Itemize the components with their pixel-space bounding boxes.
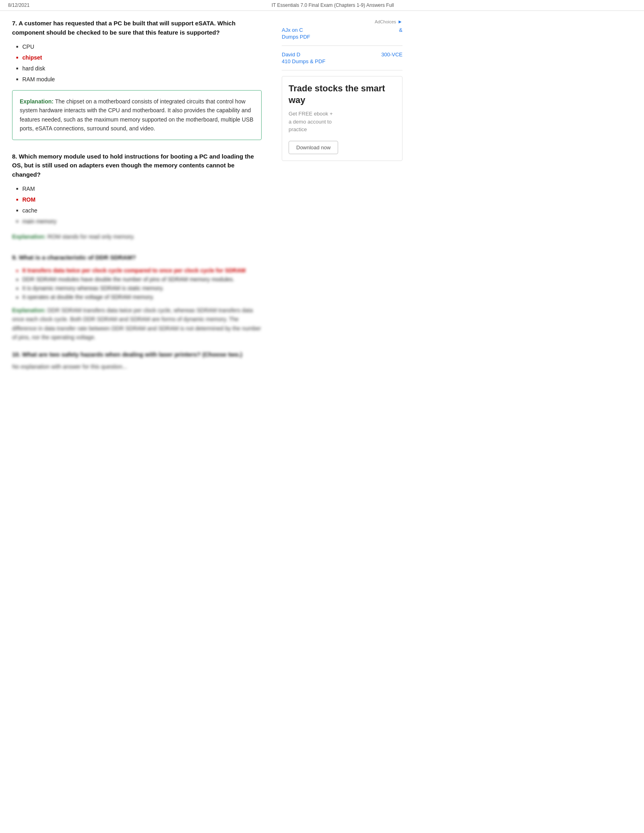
q9-answer-4-blurred: It operates at double the voltage of SDR… [16, 294, 262, 300]
q10-sub-blurred: No explanation with answer for this ques… [12, 362, 262, 371]
date-label: 8/12/2021 [8, 2, 29, 8]
adchoices-icon: ► [398, 19, 402, 25]
sidebar-link-300vce[interactable]: 300-VCE [381, 52, 402, 58]
q7-answer-4: RAM module [16, 75, 262, 84]
question-9-blurred: 9. What is a characteristic of DDR SDRAM… [12, 253, 262, 342]
ad-download-button[interactable]: Download now [289, 141, 338, 154]
sidebar-link-410[interactable]: 410 Dumps & PDF [282, 58, 325, 64]
q8-explanation-blurred: Explanation: ROM stands for read only me… [12, 232, 262, 241]
q9-answers-blurred: It transfers data twice per clock cycle … [16, 267, 262, 300]
sidebar-link-dumps-pdf[interactable]: Dumps PDF [282, 34, 310, 40]
sidebar-links-row1: AJx on C Dumps PDF & [282, 27, 402, 40]
sidebar-link-col-right2: 300-VCE [381, 52, 402, 64]
q9-answer-2-blurred: DDR SDRAM modules have double the number… [16, 276, 262, 282]
q7-explanation-text: Explanation: The chipset on a motherboar… [20, 97, 254, 133]
page-container: 7. A customer has requested that a PC be… [0, 11, 644, 379]
q9-explanation-blurred: Explanation: DDR SDRAM transfers data tw… [12, 306, 262, 342]
sidebar-links-row2: David D 410 Dumps & PDF 300-VCE [282, 52, 402, 64]
q8-answer-2-correct: ROM [16, 196, 262, 204]
main-content: 7. A customer has requested that a PC be… [12, 19, 262, 371]
q8-title: 8. Which memory module used to hold inst… [12, 152, 262, 179]
question-8: 8. Which memory module used to hold inst… [12, 152, 262, 241]
sidebar-divider-2 [282, 70, 402, 70]
adchoices-text: AdChoices [375, 19, 396, 24]
q7-answer-2-correct: chipset [16, 54, 262, 62]
q8-answers: RAM ROM cache main memory [16, 185, 262, 226]
ad-subtitle: Get FREE ebook +a demo account topractic… [289, 110, 396, 134]
sidebar-link-ajx[interactable]: AJx on C [282, 27, 310, 33]
q7-explanation-box: Explanation: The chipset on a motherboar… [12, 90, 262, 140]
q9-answer-3-blurred: It is dynamic memory whereas SDRAM is st… [16, 285, 262, 291]
sidebar-divider-1 [282, 45, 402, 46]
q8-answer-4-blurred: main memory [16, 217, 262, 226]
sidebar: AdChoices ► AJx on C Dumps PDF & David D… [282, 19, 402, 371]
q7-answers: CPU chipset hard disk RAM module [16, 43, 262, 84]
sidebar-link-ampersand[interactable]: & [399, 27, 402, 33]
page-title: IT Essentials 7.0 Final Exam (Chapters 1… [272, 2, 394, 8]
sidebar-link-col-left2: David D 410 Dumps & PDF [282, 52, 325, 64]
adchoices-bar: AdChoices ► [282, 19, 402, 25]
q8-answer-1: RAM [16, 185, 262, 193]
q10-title-blurred: 10. What are two safety hazards when dea… [12, 350, 262, 359]
q7-answer-1: CPU [16, 43, 262, 51]
q7-answer-3: hard disk [16, 64, 262, 73]
q9-answer-1-correct-blurred: It transfers data twice per clock cycle … [16, 267, 262, 274]
question-10: 10. What are two safety hazards when dea… [12, 350, 262, 371]
sidebar-link-col-left: AJx on C Dumps PDF [282, 27, 310, 40]
ad-box: Trade stocks the smart way Get FREE eboo… [282, 76, 402, 161]
q9-title-blurred: 9. What is a characteristic of DDR SDRAM… [12, 253, 262, 262]
ad-title: Trade stocks the smart way [289, 83, 396, 106]
sidebar-link-davidd[interactable]: David D [282, 52, 325, 58]
top-bar: 8/12/2021 IT Essentials 7.0 Final Exam (… [0, 0, 644, 11]
sidebar-link-col-right: & [399, 27, 402, 40]
question-7: 7. A customer has requested that a PC be… [12, 19, 262, 140]
q7-title: 7. A customer has requested that a PC be… [12, 19, 262, 37]
q8-answer-3: cache [16, 206, 262, 215]
